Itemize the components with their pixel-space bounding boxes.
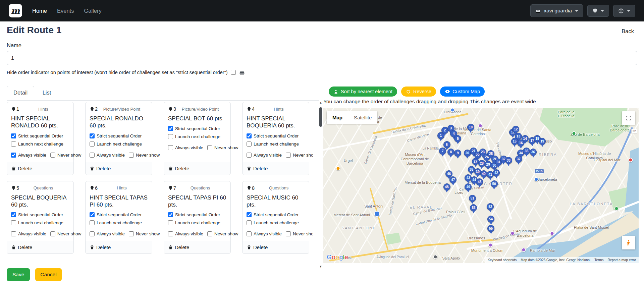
launch-next-checkbox[interactable] [247, 141, 252, 147]
route-pin[interactable]: 52 [487, 203, 494, 210]
scroll-up-arrow[interactable]: ▲ [319, 101, 322, 104]
strict-order-option[interactable]: Strict sequential Order [11, 133, 69, 138]
route-pin[interactable]: 27 [472, 158, 479, 165]
sort-by-nearest-button[interactable]: Sort by nearest element [329, 87, 397, 97]
never-show-option[interactable]: Never show [286, 153, 313, 158]
never-show-checkbox[interactable] [129, 153, 134, 158]
fullscreen-button[interactable] [622, 111, 635, 125]
route-pin[interactable]: 46 [445, 170, 452, 177]
never-show-checkbox[interactable] [207, 231, 212, 236]
strict-order-option[interactable]: Strict sequential Order [90, 133, 148, 138]
strict-order-option[interactable]: Strict sequential Order [11, 212, 69, 217]
scroll-thumb[interactable] [319, 107, 322, 127]
launch-next-option[interactable]: Launch next challenge [247, 220, 305, 225]
delete-button[interactable]: Delete [7, 241, 73, 253]
challenge-card[interactable]: 1HintsHINT SPECIAL RONALDO 60 pts.Strict… [7, 102, 74, 175]
never-show-checkbox[interactable] [207, 145, 212, 150]
challenge-card[interactable]: 7QuestionsSPECIAL TAPAS PI 60 pts.Strict… [164, 181, 231, 254]
never-show-option[interactable]: Never show [207, 231, 238, 236]
route-pin[interactable]: 10 [467, 124, 474, 131]
route-pin[interactable]: 38 [468, 166, 475, 173]
delete-button[interactable]: Delete [164, 162, 230, 175]
strict-order-option[interactable]: Strict sequential Order [168, 212, 226, 217]
never-show-option[interactable]: Never show [129, 231, 160, 236]
nav-gallery[interactable]: Gallery [84, 8, 101, 14]
launch-next-checkbox[interactable] [11, 141, 16, 147]
always-visible-option[interactable]: Always visible [247, 153, 282, 158]
always-visible-checkbox[interactable] [168, 145, 173, 150]
strict-order-option[interactable]: Strict sequential Order [247, 133, 305, 138]
strict-order-checkbox[interactable] [168, 212, 173, 217]
strict-order-checkbox[interactable] [90, 212, 95, 217]
challenge-card[interactable]: 8QuestionsSPECIAL MUSIC 60 pts.Strict se… [242, 181, 309, 254]
route-pin[interactable]: 8 [447, 149, 454, 156]
delete-button[interactable]: Delete [243, 162, 309, 175]
terms-link[interactable]: Terms [594, 258, 603, 262]
route-name-input[interactable] [7, 51, 637, 65]
route-pin[interactable]: 35 [523, 148, 530, 155]
always-visible-checkbox[interactable] [90, 231, 95, 236]
route-pin[interactable]: 40 [480, 170, 487, 177]
strict-order-checkbox[interactable] [168, 126, 173, 131]
launch-next-option[interactable]: Launch next challenge [11, 220, 69, 225]
pegman-control[interactable] [622, 236, 635, 249]
map-type-map-button[interactable]: Map [327, 111, 348, 124]
route-pin[interactable]: 54 [487, 216, 494, 223]
never-show-checkbox[interactable] [50, 153, 55, 158]
never-show-option[interactable]: Never show [207, 145, 238, 150]
google-map[interactable]: UrquinaonaPalau de la Música CatalanaPar… [323, 108, 639, 263]
route-pin[interactable]: 36 [530, 149, 537, 156]
launch-next-checkbox[interactable] [90, 141, 95, 147]
route-pin[interactable]: 33 [505, 157, 512, 164]
challenge-card[interactable]: 4HintsHINT SPECIAL BOQUERIA 60 pts.Stric… [242, 102, 309, 175]
strict-order-option[interactable]: Strict sequential Order [168, 126, 226, 131]
route-pin[interactable]: 45 [476, 178, 483, 185]
always-visible-checkbox[interactable] [247, 231, 252, 236]
challenge-card[interactable]: 2Picture/Video PointSPECIAL RONALDO 60 p… [85, 102, 152, 175]
never-show-checkbox[interactable] [50, 231, 55, 236]
route-pin[interactable]: 42 [493, 169, 500, 176]
report-error-link[interactable]: Report a map error [608, 258, 636, 262]
route-pin[interactable]: 53 [470, 204, 477, 211]
language-menu-button[interactable] [613, 5, 635, 17]
always-visible-option[interactable]: Always visible [168, 145, 203, 150]
delete-button[interactable]: Delete [164, 241, 230, 253]
never-show-option[interactable]: Never show [50, 153, 81, 158]
delete-button[interactable]: Delete [243, 241, 309, 253]
user-menu-button[interactable]: xavi guardia [530, 4, 583, 17]
nav-events[interactable]: Events [57, 8, 74, 14]
route-pin[interactable]: 6 [443, 141, 450, 148]
launch-next-option[interactable]: Launch next challenge [168, 220, 226, 225]
challenge-card[interactable]: 3Picture/Video PointSPECIAL BOT 60 ptsSt… [164, 102, 231, 175]
launch-next-checkbox[interactable] [247, 220, 252, 225]
tab-list[interactable]: List [36, 86, 58, 100]
scroll-down-arrow[interactable]: ▼ [319, 265, 322, 268]
strict-order-checkbox[interactable] [11, 133, 16, 138]
delete-button[interactable]: Delete [86, 162, 152, 175]
strict-order-checkbox[interactable] [11, 212, 16, 217]
route-pin[interactable]: 55 [487, 225, 494, 232]
route-pin[interactable]: 49 [465, 183, 472, 190]
never-show-checkbox[interactable] [129, 231, 134, 236]
route-pin[interactable]: 48 [443, 183, 450, 190]
launch-next-checkbox[interactable] [168, 220, 173, 225]
always-visible-checkbox[interactable] [11, 153, 16, 158]
always-visible-checkbox[interactable] [168, 231, 173, 236]
save-button[interactable]: Save [7, 268, 30, 281]
launch-next-option[interactable]: Launch next challenge [90, 141, 148, 147]
nav-home[interactable]: Home [32, 8, 47, 14]
route-pin[interactable]: 51 [469, 195, 476, 202]
route-pin[interactable]: 9 [454, 150, 461, 157]
launch-next-option[interactable]: Launch next challenge [168, 134, 226, 139]
cancel-button[interactable]: Cancel [35, 268, 61, 281]
route-pin[interactable]: 12 [512, 126, 519, 133]
route-pin[interactable]: 7 [439, 148, 446, 155]
always-visible-option[interactable]: Always visible [11, 231, 46, 236]
always-visible-option[interactable]: Always visible [90, 231, 125, 236]
always-visible-option[interactable]: Always visible [11, 153, 46, 158]
never-show-checkbox[interactable] [286, 153, 291, 158]
back-link[interactable]: Back [622, 28, 634, 35]
route-pin[interactable]: 50 [491, 180, 498, 187]
launch-next-checkbox[interactable] [11, 220, 16, 225]
reverse-button[interactable]: Reverse [401, 87, 436, 97]
